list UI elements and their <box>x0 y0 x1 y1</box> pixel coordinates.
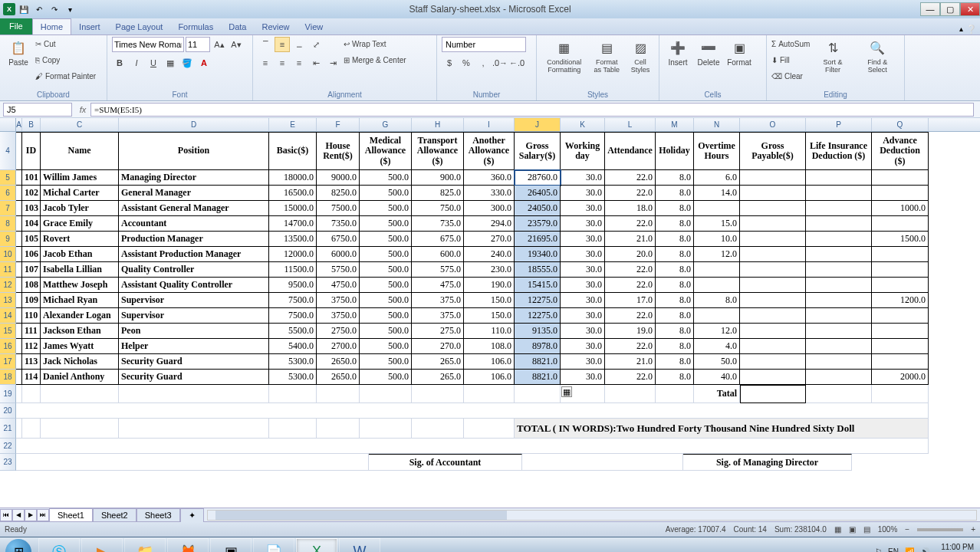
zoom-out-icon[interactable]: − <box>905 525 909 534</box>
comma-icon[interactable]: , <box>475 55 491 71</box>
sheet-nav-prev[interactable]: ◀ <box>12 509 25 521</box>
total-in-words[interactable]: TOTAL ( IN WORDS):Two Hundred Forty Thou… <box>515 419 929 439</box>
row-header[interactable]: 15 <box>0 324 16 339</box>
col-header[interactable]: D <box>119 118 269 131</box>
row-header[interactable]: 20 <box>0 403 16 419</box>
format-painter-button[interactable]: 🖌 Format Painter <box>35 69 96 83</box>
number-format-select[interactable] <box>442 37 526 52</box>
row-header[interactable]: 4 <box>0 132 16 170</box>
paste-button[interactable]: 📋 Paste <box>5 37 32 68</box>
auto-fill-options-icon[interactable]: ▦ <box>561 386 572 397</box>
sheet-tab[interactable]: Sheet1 <box>49 508 93 521</box>
clear-button[interactable]: ⌫ Clear <box>771 69 810 83</box>
qat-dropdown-icon[interactable]: ▾ <box>63 2 77 16</box>
row-header[interactable]: 22 <box>0 439 16 454</box>
tab-formulas[interactable]: Formulas <box>170 19 221 34</box>
align-top-icon[interactable]: ⎺ <box>258 37 273 52</box>
sort-filter-button[interactable]: ⇅Sort & Filter <box>813 37 852 75</box>
taskbar-app-icon[interactable]: ▣ <box>210 538 252 553</box>
zoom-level[interactable]: 100% <box>878 525 898 534</box>
name-box[interactable]: J5 <box>3 103 72 117</box>
view-break-icon[interactable]: ▤ <box>863 525 870 534</box>
col-header[interactable]: N <box>694 118 740 131</box>
border-button[interactable]: ▦ <box>163 55 178 71</box>
tray-network-icon[interactable]: 📶 <box>905 547 914 552</box>
format-cells-button[interactable]: ▣Format <box>725 37 753 68</box>
row-header[interactable]: 19 <box>0 385 16 403</box>
selected-cell[interactable]: 12275.0 <box>515 308 561 324</box>
row-header[interactable]: 5 <box>0 170 16 186</box>
row-header[interactable]: 18 <box>0 370 16 385</box>
selected-cell[interactable]: 21695.0 <box>515 232 561 247</box>
selected-cell[interactable]: 9135.0 <box>515 324 561 339</box>
autosum-button[interactable]: Σ AutoSum <box>771 37 810 51</box>
tab-insert[interactable]: Insert <box>71 19 108 34</box>
formula-bar[interactable]: =SUM(E5:I5) <box>90 103 974 117</box>
tab-page-layout[interactable]: Page Layout <box>108 19 171 34</box>
row-header[interactable]: 13 <box>0 293 16 308</box>
row-header[interactable]: 9 <box>0 232 16 247</box>
taskbar-skype-icon[interactable]: Ⓢ <box>38 538 80 553</box>
align-left-icon[interactable]: ≡ <box>258 55 273 71</box>
conditional-formatting-button[interactable]: ▦Conditional Formatting <box>541 37 587 75</box>
tray-volume-icon[interactable]: 🔊 <box>920 547 929 552</box>
minimize-button[interactable]: — <box>920 2 940 16</box>
selected-cell[interactable]: 8821.0 <box>515 354 561 370</box>
col-header[interactable]: F <box>317 118 360 131</box>
close-button[interactable]: ✕ <box>960 2 980 16</box>
sheet-tab[interactable]: Sheet3 <box>136 508 180 521</box>
selected-cell[interactable]: 15415.0 <box>515 278 561 293</box>
help-icon[interactable]: ❔ <box>966 25 977 34</box>
sig-md[interactable]: Sig. of Managing Director <box>683 454 852 471</box>
total-label[interactable]: Tatal <box>694 385 740 403</box>
taskbar-app-icon[interactable]: 📄 <box>253 538 294 553</box>
col-header[interactable]: P <box>806 118 872 131</box>
maximize-button[interactable]: ▢ <box>940 2 960 16</box>
row-header[interactable]: 6 <box>0 186 16 201</box>
col-header[interactable]: C <box>41 118 119 131</box>
col-header[interactable]: G <box>360 118 412 131</box>
redo-icon[interactable]: ↷ <box>48 2 61 16</box>
align-bottom-icon[interactable]: ⎽ <box>291 37 307 52</box>
minimize-ribbon-icon[interactable]: ▴ <box>959 25 963 34</box>
start-button[interactable]: ⊞ <box>0 537 37 553</box>
col-header[interactable]: Q <box>872 118 929 131</box>
delete-cells-button[interactable]: ➖Delete <box>695 37 722 68</box>
selected-cell[interactable]: 19340.0 <box>515 247 561 262</box>
tab-data[interactable]: Data <box>221 19 254 34</box>
font-name-select[interactable] <box>112 37 184 52</box>
align-center-icon[interactable]: ≡ <box>275 55 290 71</box>
taskbar-word-icon[interactable]: W <box>339 538 380 553</box>
selected-cell[interactable]: 24050.0 <box>515 201 561 216</box>
tab-view[interactable]: View <box>298 19 331 34</box>
fill-color-button[interactable]: 🪣 <box>179 55 195 71</box>
undo-icon[interactable]: ↶ <box>32 2 46 16</box>
selected-cell[interactable]: 12275.0 <box>515 293 561 308</box>
selected-cell[interactable]: 8978.0 <box>515 339 561 354</box>
file-tab[interactable]: File <box>0 18 32 34</box>
fx-icon[interactable]: fx <box>75 105 90 114</box>
col-header[interactable]: O <box>740 118 806 131</box>
row-header[interactable]: 7 <box>0 201 16 216</box>
bold-button[interactable]: B <box>112 55 127 71</box>
tray-lang[interactable]: EN <box>888 547 899 552</box>
taskbar-excel-icon[interactable]: X <box>296 538 337 553</box>
taskbar-explorer-icon[interactable]: 📁 <box>124 538 166 553</box>
selected-cell[interactable]: 18555.0 <box>515 262 561 278</box>
sheet-nav-next[interactable]: ▶ <box>25 509 37 521</box>
increase-indent-icon[interactable]: ⇥ <box>325 55 340 71</box>
decrease-font-icon[interactable]: A▾ <box>229 37 244 52</box>
align-middle-icon[interactable]: ≡ <box>275 37 290 52</box>
insert-cells-button[interactable]: ➕Insert <box>664 37 692 68</box>
worksheet-grid[interactable]: A B C D E F G H I J K L M N O P Q 4 ID N… <box>0 118 980 508</box>
decrease-indent-icon[interactable]: ⇤ <box>308 55 324 71</box>
save-icon[interactable]: 💾 <box>17 2 31 16</box>
sheet-nav-first[interactable]: ⏮ <box>0 509 12 521</box>
format-as-table-button[interactable]: ▤Format as Table <box>590 37 623 75</box>
col-header[interactable]: I <box>464 118 515 131</box>
col-header[interactable]: J <box>515 118 561 131</box>
font-color-button[interactable]: A <box>196 55 212 71</box>
sheet-tab[interactable]: Sheet2 <box>93 508 136 521</box>
row-header[interactable]: 10 <box>0 247 16 262</box>
row-header[interactable]: 12 <box>0 278 16 293</box>
